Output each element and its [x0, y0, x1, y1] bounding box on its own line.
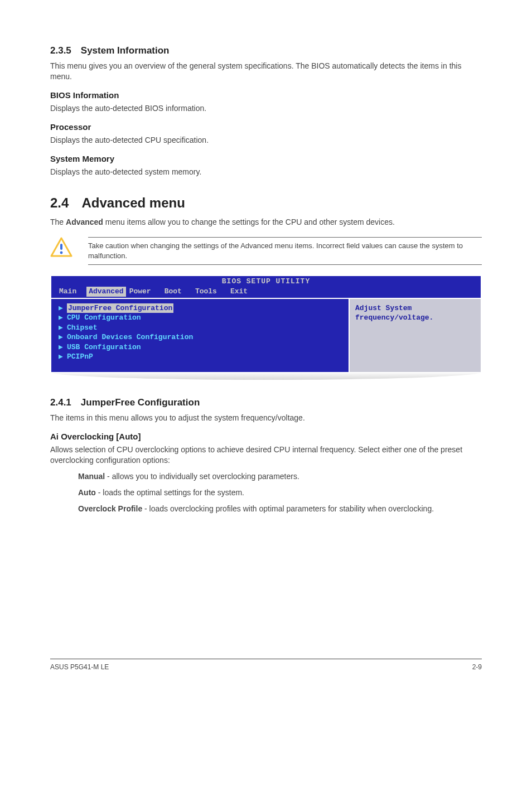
- caution-block: Take caution when changing the settings …: [50, 237, 482, 264]
- intro-pre: The: [50, 218, 66, 226]
- intro-post: menu items allow you to change the setti…: [103, 218, 395, 226]
- bios-item-usb-config[interactable]: ▶ USB Configuration: [58, 342, 342, 352]
- bios-item-label: CPU Configuration: [67, 313, 141, 323]
- bios-information-heading: BIOS Information: [50, 90, 482, 101]
- option-auto-label: Auto: [78, 488, 96, 497]
- bios-menu-exit[interactable]: Exit: [227, 287, 258, 297]
- system-memory-text: Displays the auto-detected system memory…: [50, 167, 482, 177]
- bios-help-panel: Adjust System frequency/voltage.: [350, 298, 481, 372]
- submenu-arrow-icon: ▶: [58, 303, 64, 313]
- section-2-4-intro: The Advanced menu items allow you to cha…: [50, 217, 482, 228]
- bios-item-onboard-devices[interactable]: ▶ Onboard Devices Configuration: [58, 332, 342, 342]
- bios-title: BIOS SETUP UTILITY: [51, 276, 481, 287]
- bios-menu-advanced[interactable]: Advanced: [86, 287, 125, 297]
- bios-item-label: JumperFree Configuration: [67, 303, 173, 313]
- section-2-4-1-heading: 2.4.1 JumperFree Configuration: [50, 397, 482, 409]
- submenu-arrow-icon: ▶: [58, 313, 64, 323]
- svg-rect-1: [60, 244, 62, 250]
- submenu-arrow-icon: ▶: [58, 332, 64, 342]
- option-overclock-profile: Overclock Profile - loads overclocking p…: [78, 504, 482, 514]
- bios-screenshot: BIOS SETUP UTILITY Main Advanced Power B…: [50, 275, 482, 380]
- bios-help-line2: frequency/voltage.: [355, 313, 475, 323]
- bios-item-chipset[interactable]: ▶ Chipset: [58, 323, 342, 333]
- page-footer: ASUS P5G41-M LE 2-9: [50, 659, 482, 671]
- option-manual-text: - allows you to individually set overclo…: [105, 472, 299, 481]
- system-memory-heading: System Memory: [50, 153, 482, 165]
- bios-help-line1: Adjust System: [355, 303, 475, 313]
- processor-text: Displays the auto-detected CPU specifica…: [50, 135, 482, 146]
- bios-item-label: Onboard Devices Configuration: [67, 332, 193, 342]
- option-overclock-profile-label: Overclock Profile: [78, 504, 142, 513]
- section-2-3-5-heading: 2.3.5 System Information: [50, 45, 482, 57]
- footer-right: 2-9: [472, 663, 482, 671]
- bios-item-label: USB Configuration: [67, 342, 141, 352]
- caution-text: Take caution when changing the settings …: [88, 237, 482, 264]
- submenu-arrow-icon: ▶: [58, 342, 64, 352]
- option-manual: Manual - allows you to individually set …: [78, 471, 482, 482]
- bios-information-text: Displays the auto-detected BIOS informat…: [50, 103, 482, 114]
- bios-menu-tools[interactable]: Tools: [192, 287, 227, 297]
- caution-icon: [50, 237, 72, 260]
- processor-heading: Processor: [50, 122, 482, 133]
- section-2-4-heading: 2.4 Advanced menu: [50, 194, 482, 212]
- bios-item-jumperfree[interactable]: ▶ JumperFree Configuration: [58, 303, 342, 313]
- bios-menu-power[interactable]: Power: [126, 287, 161, 297]
- option-overclock-profile-text: - loads overclocking profiles with optim…: [142, 504, 434, 513]
- submenu-arrow-icon: ▶: [58, 352, 64, 362]
- bios-item-label: PCIPnP: [67, 352, 93, 362]
- bios-bottom-edge: [50, 372, 482, 380]
- section-2-3-5-intro: This menu gives you an overview of the g…: [50, 61, 482, 82]
- option-auto-text: - loads the optimal settings for the sys…: [96, 488, 244, 497]
- option-manual-label: Manual: [78, 472, 105, 481]
- bios-menu-bar: Main Advanced Power Boot Tools Exit: [51, 286, 481, 298]
- submenu-arrow-icon: ▶: [58, 323, 64, 333]
- option-auto: Auto - loads the optimal settings for th…: [78, 487, 482, 498]
- ai-overclocking-text: Allows selection of CPU overclocking opt…: [50, 445, 482, 466]
- bios-menu-main[interactable]: Main: [56, 287, 86, 297]
- intro-bold: Advanced: [66, 218, 103, 226]
- section-2-4-1-intro: The items in this menu allows you to adj…: [50, 413, 482, 423]
- bios-item-pcipnp[interactable]: ▶ PCIPnP: [58, 352, 342, 362]
- ai-overclocking-heading: Ai Overclocking [Auto]: [50, 431, 482, 442]
- bios-menu-boot[interactable]: Boot: [161, 287, 192, 297]
- footer-left: ASUS P5G41-M LE: [50, 663, 109, 671]
- bios-items-panel: ▶ JumperFree Configuration ▶ CPU Configu…: [51, 298, 350, 372]
- svg-point-2: [60, 252, 63, 254]
- bios-item-cpu-config[interactable]: ▶ CPU Configuration: [58, 313, 342, 323]
- bios-item-label: Chipset: [67, 323, 98, 333]
